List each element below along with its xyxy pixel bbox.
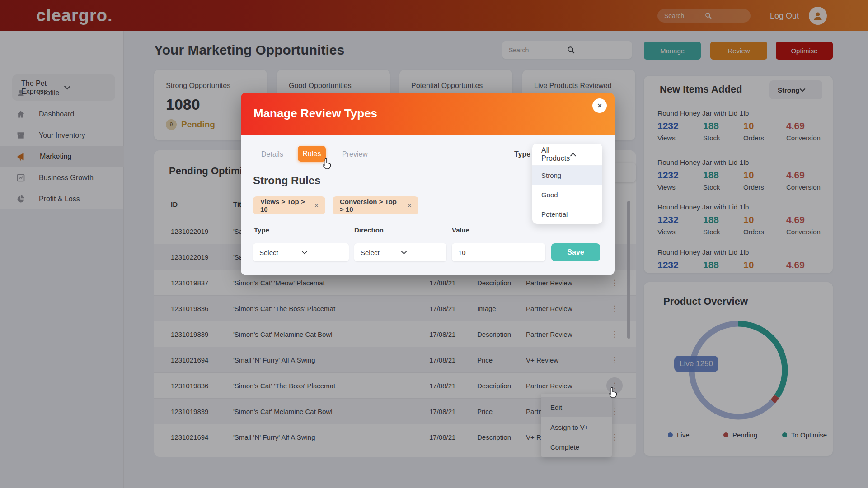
rule-chip-label: Views > Top > 10: [260, 198, 309, 213]
type-dropdown-selected[interactable]: All Products: [532, 144, 602, 166]
type-option-strong[interactable]: Strong: [532, 166, 602, 185]
tab-details[interactable]: Details: [261, 150, 283, 158]
type-option-good[interactable]: Good: [532, 185, 602, 204]
hand-cursor: [607, 386, 619, 399]
chevron-down-icon: [301, 251, 343, 255]
hand-cursor: [321, 158, 333, 170]
save-button[interactable]: Save: [551, 243, 600, 261]
manage-review-types-modal: Manage Review Types ✕ Details Rules Prev…: [241, 93, 615, 275]
type-dropdown: All Products Strong Good Potential: [532, 144, 602, 224]
modal-title: Manage Review Types: [253, 107, 377, 121]
strong-rules-heading: Strong Rules: [253, 174, 320, 187]
type-dropdown-label: Type: [514, 150, 530, 158]
remove-chip-icon[interactable]: ✕: [407, 202, 412, 209]
chevron-down-icon: [401, 251, 441, 255]
chevron-up-icon: [570, 153, 595, 157]
direction-select-value: Select: [361, 249, 401, 256]
direction-select[interactable]: Select: [354, 243, 446, 261]
type-select[interactable]: Select: [253, 243, 349, 261]
value-input-text: 10: [458, 249, 540, 256]
close-icon[interactable]: ✕: [592, 98, 607, 113]
app-root: cleargro. Search Log Out The Pet Express…: [0, 0, 868, 488]
form-type-label: Type: [254, 226, 269, 234]
type-select-value: Select: [259, 249, 301, 256]
tab-preview[interactable]: Preview: [342, 150, 368, 158]
value-input[interactable]: 10: [452, 243, 545, 261]
rule-chip[interactable]: Conversion > Top > 10 ✕: [333, 196, 418, 214]
modal-header: Manage Review Types ✕: [241, 93, 615, 135]
type-option-potential[interactable]: Potential: [532, 204, 602, 224]
rule-chip-label: Conversion > Top > 10: [340, 198, 402, 213]
type-selected-value: All Products: [541, 146, 570, 163]
rule-chip[interactable]: Views > Top > 10 ✕: [253, 196, 325, 214]
remove-chip-icon[interactable]: ✕: [314, 202, 319, 209]
form-direction-label: Direction: [354, 226, 384, 234]
form-value-label: Value: [452, 226, 469, 234]
